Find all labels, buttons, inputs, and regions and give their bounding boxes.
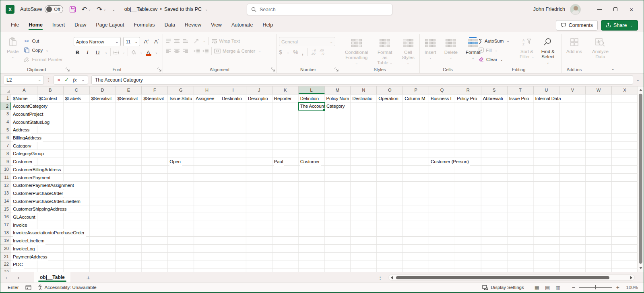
tab-automate[interactable]: Automate bbox=[227, 19, 258, 31]
fill-button[interactable]: Fill ⌄ bbox=[479, 46, 516, 54]
column-header-J[interactable]: J bbox=[246, 86, 272, 94]
increase-indent-button[interactable] bbox=[202, 49, 209, 53]
normal-view-button[interactable]: ▦ bbox=[535, 285, 539, 291]
format-painter-button[interactable]: Format Painter bbox=[22, 55, 64, 64]
row-header-18[interactable]: 18 bbox=[0, 229, 11, 237]
decrease-decimal-button[interactable]: .00→0 bbox=[320, 49, 324, 56]
fill-color-button[interactable] bbox=[130, 49, 136, 55]
sort-filter-button[interactable]: AZ Sort & Filter ⌄ bbox=[516, 35, 537, 66]
delete-cells-button[interactable]: Delete ⌄ bbox=[442, 35, 460, 66]
cell-A16[interactable]: GLAccount bbox=[13, 213, 37, 221]
cell-A22[interactable]: POC bbox=[13, 261, 24, 268]
bold-button[interactable]: B bbox=[74, 49, 81, 55]
tab-data[interactable]: Data bbox=[160, 19, 180, 31]
align-bottom-button[interactable] bbox=[182, 39, 188, 43]
tab-home[interactable]: Home bbox=[24, 19, 47, 31]
column-header-H[interactable]: H bbox=[194, 86, 220, 94]
column-header-D[interactable]: D bbox=[90, 86, 116, 94]
cell-Q9[interactable]: Customer (Person) bbox=[431, 158, 470, 166]
row-header-9[interactable]: 9 bbox=[0, 158, 11, 166]
cell-K1[interactable]: Reporter bbox=[274, 95, 298, 102]
cell-L1[interactable]: Definition bbox=[300, 95, 324, 102]
undo-button[interactable]: ↶⌄ bbox=[81, 5, 91, 14]
column-header-N[interactable]: N bbox=[351, 86, 377, 94]
decrease-indent-button[interactable] bbox=[194, 49, 200, 53]
cell-J1[interactable]: Descriptio bbox=[248, 95, 272, 102]
align-middle-button[interactable] bbox=[174, 39, 180, 43]
cell-A20[interactable]: InvoiceLog bbox=[13, 245, 36, 253]
cell-A9[interactable]: Customer bbox=[13, 158, 34, 166]
cell-A1[interactable]: $Name bbox=[13, 95, 37, 102]
align-top-button[interactable] bbox=[165, 39, 171, 43]
vertical-scrollbar[interactable] bbox=[637, 86, 644, 272]
cell-F1[interactable]: $Sensitivit bbox=[143, 95, 167, 102]
conditional-formatting-button[interactable]: Conditional Formatting ⌄ bbox=[343, 35, 371, 66]
align-left-button[interactable] bbox=[165, 49, 171, 53]
column-header-S[interactable]: S bbox=[481, 86, 508, 94]
cell-R1[interactable]: Policy Pro bbox=[457, 95, 481, 102]
horizontal-scrollbar[interactable] bbox=[388, 275, 635, 281]
column-header-A[interactable]: A bbox=[11, 86, 37, 94]
font-size-select[interactable]: 11 ⌄ bbox=[123, 37, 140, 46]
cell-A21[interactable]: PaymentAddress bbox=[13, 253, 48, 261]
scroll-down-icon[interactable] bbox=[639, 267, 642, 269]
clear-button[interactable]: Clear ⌄ bbox=[479, 55, 516, 64]
comments-button[interactable]: Comments bbox=[556, 20, 598, 31]
maximize-button[interactable] bbox=[607, 2, 623, 16]
cell-S1[interactable]: Abbreviati bbox=[483, 95, 507, 102]
cell-A3[interactable]: AccountProject bbox=[13, 111, 44, 118]
cell-I1[interactable]: Destinatio bbox=[222, 95, 246, 102]
cell-A8[interactable]: CategoryGroup bbox=[13, 150, 45, 158]
analyze-data-button[interactable]: Analyze Data bbox=[590, 35, 611, 66]
row-header-7[interactable]: 7 bbox=[0, 142, 11, 150]
row-header-2[interactable]: 2 bbox=[0, 102, 11, 111]
zoom-slider-thumb[interactable] bbox=[595, 285, 596, 289]
column-header-W[interactable]: W bbox=[586, 86, 612, 94]
cell-A4[interactable]: AccountStatusLog bbox=[13, 119, 51, 126]
column-header-U[interactable]: U bbox=[534, 86, 560, 94]
row-header-15[interactable]: 15 bbox=[0, 205, 11, 213]
user-avatar[interactable] bbox=[570, 4, 581, 15]
redo-button[interactable]: ↷⌄ bbox=[97, 5, 106, 14]
zoom-in-button[interactable]: + bbox=[616, 284, 619, 291]
cell-A18[interactable]: InvoiceAssociationtoPurchaseOrder bbox=[13, 229, 86, 237]
row-header-4[interactable]: 4 bbox=[0, 118, 11, 126]
column-header-O[interactable]: O bbox=[377, 86, 403, 94]
cell-A11[interactable]: CustomerPayment bbox=[13, 174, 52, 182]
cell-A6[interactable]: BillingAddress bbox=[13, 134, 43, 142]
autosave-toggle[interactable]: Off bbox=[45, 5, 63, 13]
row-header-17[interactable]: 17 bbox=[0, 221, 11, 229]
cell-O1[interactable]: Operation bbox=[378, 95, 402, 102]
tab-help[interactable]: Help bbox=[258, 19, 278, 31]
dialog-launcher-icon[interactable] bbox=[271, 68, 275, 72]
cell-A7[interactable]: Category bbox=[13, 142, 32, 150]
cell-A5[interactable]: Address bbox=[13, 126, 31, 134]
column-header-K[interactable]: K bbox=[272, 86, 299, 94]
column-header-L[interactable]: L bbox=[299, 86, 325, 94]
tab-page-layout[interactable]: Page Layout bbox=[91, 19, 129, 31]
cut-button[interactable]: ✂ Cut bbox=[22, 37, 64, 45]
align-right-button[interactable] bbox=[182, 49, 188, 53]
cell-A19[interactable]: InvoiceLineItem bbox=[13, 237, 45, 245]
cell-A17[interactable]: Invoice bbox=[13, 221, 28, 229]
row-header-8[interactable]: 8 bbox=[0, 150, 11, 158]
sheet-tab-active[interactable]: obj__Table bbox=[34, 272, 70, 283]
find-select-button[interactable]: Find & Select ⌄ bbox=[537, 35, 559, 66]
save-button[interactable] bbox=[70, 6, 76, 12]
excel-app-icon[interactable]: X bbox=[6, 5, 14, 14]
dialog-launcher-icon[interactable] bbox=[66, 68, 70, 72]
underline-button[interactable]: U bbox=[94, 49, 101, 55]
cell-A14[interactable]: CustomerPurchaseOrderLineItem bbox=[13, 198, 82, 205]
insert-cells-button[interactable]: Insert ⌄ bbox=[422, 35, 439, 66]
cell-styles-button[interactable]: Cell Styles ⌄ bbox=[399, 35, 417, 66]
cell-L9[interactable]: Customer bbox=[300, 158, 321, 166]
collapse-ribbon-button[interactable]: ⌄ bbox=[611, 66, 615, 71]
column-header-Q[interactable]: Q bbox=[429, 86, 455, 94]
tab-formulas[interactable]: Formulas bbox=[129, 19, 160, 31]
row-header-22[interactable]: 22 bbox=[0, 260, 11, 268]
cell-M1[interactable]: Policy Num bbox=[326, 95, 350, 102]
accounting-format-button[interactable]: $ bbox=[279, 49, 282, 55]
cell-G9[interactable]: Open bbox=[169, 158, 182, 166]
scroll-left-icon[interactable] bbox=[391, 276, 393, 279]
cell-A13[interactable]: CustomerPurchaseOrder bbox=[13, 190, 64, 197]
